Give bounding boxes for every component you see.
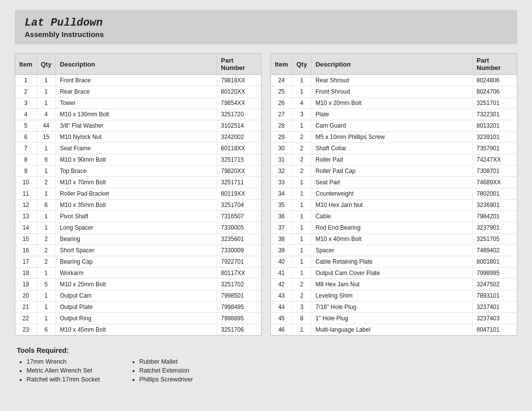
cell-item: 45 xyxy=(271,313,292,324)
cell-qty: 1 xyxy=(292,211,311,222)
cell-item: 8 xyxy=(15,154,36,166)
cell-qty: 2 xyxy=(36,234,56,245)
cell-qty: 2 xyxy=(292,143,311,154)
table-row: 3 1 Tower 79854XX xyxy=(15,98,261,109)
cell-part: 7308701 xyxy=(472,166,517,177)
cell-item: 23 xyxy=(15,324,36,336)
cell-part: 79818XX xyxy=(217,75,261,86)
list-item: Ratchet Extension xyxy=(139,367,193,374)
tools-title: Tools Required: xyxy=(17,346,515,354)
list-item: Ratchet with 17mm Socket xyxy=(27,376,100,383)
table-row: 46 1 Multi-language Label 8047101 xyxy=(271,324,517,336)
cell-part: 7893101 xyxy=(472,290,517,302)
cell-qty: 1 xyxy=(36,86,56,98)
table-row: 29 2 M5 x 10mm Phillips Screw 3239101 xyxy=(271,132,517,143)
table-row: 32 2 Roller Pad Cap 7308701 xyxy=(271,166,517,177)
cell-qty: 3 xyxy=(292,302,311,313)
cell-qty: 1 xyxy=(292,120,311,132)
table-row: 7 1 Seat Frame 80118XX xyxy=(15,143,261,154)
cell-item: 5 xyxy=(15,120,36,132)
cell-part: 7984201 xyxy=(472,211,517,222)
cell-part: 3239101 xyxy=(472,132,517,143)
cell-qty: 1 xyxy=(292,75,311,86)
table-row: 26 4 M10 x 20mm Bolt 3251701 xyxy=(271,98,517,109)
left-table-wrapper: Item Qty Description Part Number 1 1 Fro… xyxy=(15,53,262,336)
cell-part: 3251715 xyxy=(217,154,261,166)
cell-qty: 1 xyxy=(292,256,311,268)
cell-desc: Pivot Shaft xyxy=(56,211,217,222)
cell-item: 22 xyxy=(15,313,36,324)
right-table-header-row: Item Qty Description Part Number xyxy=(271,54,517,75)
table-row: 42 2 M8 Hex Jam Nut 3247502 xyxy=(271,279,517,290)
cell-qty: 1 xyxy=(36,188,56,200)
tools-lists: 17mm WrenchMetric Allen Wrench SetRatche… xyxy=(17,358,515,385)
page: Lat Pulldown Assembly Instructions Item … xyxy=(0,0,532,411)
cell-part: 3251704 xyxy=(217,200,261,211)
cell-part: 3236901 xyxy=(472,200,517,211)
table-row: 17 2 Bearing Cap 7922701 xyxy=(15,256,261,268)
cell-desc: Tower xyxy=(56,98,217,109)
cell-part: 3251720 xyxy=(217,109,261,120)
cell-part: 79820XX xyxy=(217,166,261,177)
left-col-qty: Qty xyxy=(36,54,56,75)
cell-part: 3247502 xyxy=(472,279,517,290)
cell-part: 7330009 xyxy=(217,245,261,256)
cell-item: 1 xyxy=(15,75,36,86)
table-row: 13 1 Pivot Shaft 7316507 xyxy=(15,211,261,222)
cell-desc: M10 Hex Jam Nut xyxy=(311,200,472,211)
table-row: 35 1 M10 Hex Jam Nut 3236901 xyxy=(271,200,517,211)
cell-desc: Roller Pad xyxy=(311,154,472,166)
cell-desc: M8 Hex Jam Nut xyxy=(311,279,472,290)
table-row: 21 1 Output Plate 7998495 xyxy=(15,302,261,313)
cell-item: 33 xyxy=(271,177,292,188)
cell-part: 74247XX xyxy=(472,154,517,166)
cell-item: 18 xyxy=(15,268,36,279)
cell-qty: 8 xyxy=(292,313,311,324)
table-row: 15 2 Bearing 3235601 xyxy=(15,234,261,245)
cell-part: 3251702 xyxy=(217,279,261,290)
cell-item: 39 xyxy=(271,245,292,256)
cell-qty: 1 xyxy=(292,177,311,188)
left-col-item: Item xyxy=(15,54,36,75)
cell-desc: 3/8" Flat Washer xyxy=(56,120,217,132)
page-title: Lat Pulldown xyxy=(25,17,507,29)
cell-part: 80118XX xyxy=(217,143,261,154)
table-row: 27 3 Plate 7322301 xyxy=(271,109,517,120)
cell-item: 6 xyxy=(15,132,36,143)
cell-qty: 1 xyxy=(292,324,311,336)
cell-qty: 1 xyxy=(292,86,311,98)
cell-desc: Front Brace xyxy=(56,75,217,86)
table-row: 10 2 M10 x 70mm Bolt 3251711 xyxy=(15,177,261,188)
cell-qty: 3 xyxy=(292,109,311,120)
table-row: 11 1 Roller Pad Bracket 80119XX xyxy=(15,188,261,200)
cell-qty: 4 xyxy=(292,98,311,109)
cell-desc: Output Cam Cover Plate xyxy=(311,268,472,279)
cell-item: 31 xyxy=(271,154,292,166)
cell-part: 7802001 xyxy=(472,188,517,200)
cell-item: 37 xyxy=(271,222,292,234)
table-row: 9 1 Top Brace 79820XX xyxy=(15,166,261,177)
cell-desc: Roller Pad Cap xyxy=(311,166,472,177)
table-row: 20 1 Output Cam 7998501 xyxy=(15,290,261,302)
right-table-body: 24 1 Rear Shroud 8024806 25 1 Front Shro… xyxy=(271,75,517,336)
cell-item: 43 xyxy=(271,290,292,302)
cell-qty: 2 xyxy=(36,177,56,188)
cell-desc: Long Spacer xyxy=(56,222,217,234)
table-row: 23 6 M10 x 45mm Bolt 3251706 xyxy=(15,324,261,336)
cell-item: 21 xyxy=(15,302,36,313)
cell-desc: Output Ring xyxy=(56,313,217,324)
right-col-desc: Description xyxy=(311,54,472,75)
cell-item: 26 xyxy=(271,98,292,109)
left-col-part: Part Number xyxy=(217,54,261,75)
list-item: Metric Allen Wrench Set xyxy=(27,367,100,374)
cell-qty: 6 xyxy=(36,324,56,336)
cell-qty: 1 xyxy=(36,166,56,177)
cell-desc: Multi-language Label xyxy=(311,324,472,336)
cell-qty: 1 xyxy=(36,313,56,324)
cell-qty: 1 xyxy=(36,75,56,86)
cell-qty: 1 xyxy=(36,268,56,279)
cell-qty: 2 xyxy=(292,166,311,177)
cell-desc: Short Spacer xyxy=(56,245,217,256)
cell-item: 3 xyxy=(15,98,36,109)
cell-desc: Rear Shroud xyxy=(311,75,472,86)
